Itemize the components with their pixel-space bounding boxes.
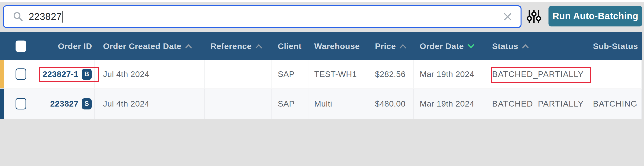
- table-row[interactable]: 223827 S Jul 4th 2024 SAP Multi $480.00 …: [0, 89, 642, 119]
- cell-order-created-date: Jul 4th 2024: [95, 89, 204, 119]
- order-id-link[interactable]: 223827: [50, 99, 78, 109]
- cell-client: SAP: [272, 60, 308, 89]
- close-icon: [503, 12, 512, 21]
- column-header-price[interactable]: Price: [369, 32, 414, 60]
- sort-desc-icon: [467, 44, 474, 48]
- order-type-badge: S: [82, 98, 92, 109]
- column-header-order-created-date[interactable]: Order Created Date: [95, 32, 204, 60]
- cell-order-created-date: Jul 4th 2024: [95, 60, 204, 89]
- cell-sub-status: [587, 60, 642, 89]
- highlight-box-order-id: [39, 67, 99, 82]
- search-value: 223827: [29, 11, 62, 22]
- column-header-sub-status[interactable]: Sub-Status: [587, 32, 642, 60]
- cell-status: BATCHED_PARTIALLY: [486, 89, 587, 119]
- column-header-status[interactable]: Status: [486, 32, 587, 60]
- cell-order-date: Mar 19th 2024: [414, 89, 486, 119]
- sort-asc-icon: [255, 44, 262, 48]
- cell-reference: [204, 60, 272, 89]
- column-header-warehouse[interactable]: Warehouse: [308, 32, 369, 60]
- cell-order-id: 223827 S: [36, 89, 95, 119]
- column-header-order-id[interactable]: Order ID: [36, 32, 95, 60]
- cell-warehouse: TEST-WH1: [308, 60, 369, 89]
- select-all-checkbox[interactable]: [16, 40, 26, 52]
- top-edge-strip: [0, 0, 644, 2]
- table-header-row: Order ID Order Created Date Reference Cl…: [0, 32, 642, 60]
- sort-asc-icon: [399, 44, 406, 48]
- orders-page: 223827 Run Auto-Batching: [0, 0, 644, 166]
- sort-asc-icon: [185, 44, 192, 48]
- cell-client: SAP: [272, 89, 308, 119]
- row-checkbox[interactable]: [16, 98, 26, 109]
- column-header-reference[interactable]: Reference: [204, 32, 272, 60]
- sort-asc-icon: [522, 44, 529, 48]
- row-checkbox[interactable]: [16, 68, 26, 80]
- run-auto-batching-button[interactable]: Run Auto-Batching: [548, 6, 642, 26]
- cell-order-date: Mar 19th 2024: [414, 60, 486, 89]
- cell-price: $480.00: [369, 89, 414, 119]
- highlight-box-status: [491, 67, 591, 83]
- search-input[interactable]: 223827: [3, 5, 522, 28]
- cell-warehouse: Multi: [308, 89, 369, 119]
- cell-reference: [204, 89, 272, 119]
- column-header-client[interactable]: Client: [272, 32, 308, 60]
- row-accent-bar: [0, 89, 4, 119]
- clear-search-button[interactable]: [503, 12, 512, 21]
- sliders-icon: [527, 9, 541, 24]
- cell-sub-status: BATCHING_: [587, 89, 642, 119]
- filters-button[interactable]: [526, 9, 542, 24]
- row-accent-bar: [0, 60, 4, 88]
- column-header-order-date[interactable]: Order Date: [414, 32, 486, 60]
- cell-price: $282.56: [369, 60, 414, 89]
- text-cursor: [62, 11, 63, 22]
- search-icon: [13, 12, 23, 22]
